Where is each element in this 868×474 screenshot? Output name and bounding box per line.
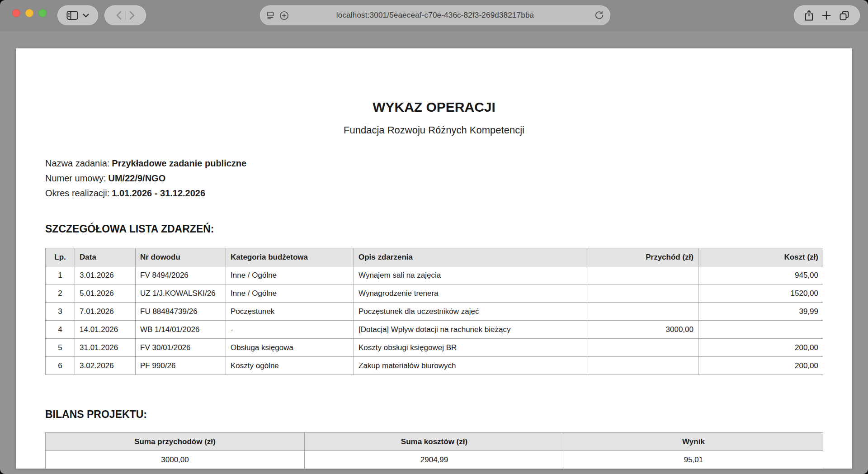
column-header: Suma przychodów (zł) [46, 433, 305, 451]
meta-contract-number: Numer umowy:UM/22/9/NGO [45, 171, 246, 186]
sidebar-toggle-button[interactable] [57, 5, 98, 25]
table-cell: Koszty ogólne [226, 357, 354, 375]
tab-overview-button[interactable] [839, 10, 850, 21]
table-cell: Zakup materiałów biurowych [354, 357, 587, 375]
column-header: Koszt (zł) [698, 248, 823, 266]
tabs-overview-icon [839, 10, 850, 21]
table-row: 4 14.01.2026 WB 1/14/01/2026 - [Dotacja]… [46, 321, 823, 339]
balance-header-row: Suma przychodów (zł) Suma kosztów (zł) W… [46, 433, 823, 451]
chevron-left-icon [116, 11, 122, 20]
table-cell [587, 339, 698, 357]
table-cell: Inne / Ogólne [226, 266, 354, 284]
task-metadata: Nazwa zadania:Przykładowe zadanie public… [45, 156, 246, 201]
balance-heading: BILANS PROJEKTU: [45, 408, 147, 421]
table-cell: 945,00 [698, 266, 823, 284]
table-cell: 4 [46, 321, 75, 339]
table-cell: PF 990/26 [136, 357, 226, 375]
operations-heading: SZCZEGÓŁOWA LISTA ZDARZEŃ: [45, 223, 214, 235]
reload-icon [594, 10, 604, 20]
reload-button[interactable] [594, 10, 604, 20]
table-cell: 95,01 [564, 451, 823, 469]
sidebar-icon [66, 10, 78, 20]
forward-button[interactable] [129, 11, 135, 20]
table-row: 5 31.01.2026 FV 30/01/2026 Obsługa księg… [46, 339, 823, 357]
table-cell: 3000,00 [46, 451, 305, 469]
table-row: 3 7.01.2026 FU 88484739/26 Poczęstunek P… [46, 303, 823, 321]
table-row: 2 5.01.2026 UZ 1/J.KOWALSKI/26 Inne / Og… [46, 284, 823, 303]
table-cell: 6 [46, 357, 75, 375]
nav-divider [125, 10, 126, 20]
back-button[interactable] [116, 11, 122, 20]
table-cell: 2904,99 [305, 451, 564, 469]
column-header: Kategoria budżetowa [226, 248, 354, 266]
table-cell [587, 357, 698, 375]
table-cell [587, 303, 698, 321]
chevron-right-icon [129, 11, 135, 20]
table-cell: 3 [46, 303, 75, 321]
table-cell: Koszty obsługi księgowej BR [354, 339, 587, 357]
share-button[interactable] [804, 9, 814, 21]
plus-icon [821, 10, 831, 20]
reader-icon[interactable] [266, 11, 275, 20]
page-background: WYKAZ OPERACJI Fundacja Rozwoju Różnych … [0, 31, 868, 474]
table-cell: UZ 1/J.KOWALSKI/26 [136, 284, 226, 303]
table-cell: 2 [46, 284, 75, 303]
table-cell: 3.02.2026 [75, 357, 136, 375]
table-cell: FV 8494/2026 [136, 266, 226, 284]
column-header: Data [75, 248, 136, 266]
url-text[interactable]: localhost:3001/5eaeceaf-c70e-436c-82f3-2… [336, 11, 534, 20]
table-cell: 31.01.2026 [75, 339, 136, 357]
meta-task-name: Nazwa zadania:Przykładowe zadanie public… [45, 156, 246, 171]
new-tab-button[interactable] [821, 10, 831, 20]
table-cell: 3.01.2026 [75, 266, 136, 284]
table-cell: [Dotacja] Wpływ dotacji na rachunek bież… [354, 321, 587, 339]
balance-value-row: 3000,00 2904,99 95,01 [46, 451, 823, 469]
zoom-button[interactable] [38, 9, 47, 17]
column-header: Opis zdarzenia [354, 248, 587, 266]
browser-toolbar: localhost:3001/5eaeceaf-c70e-436c-82f3-2… [0, 0, 868, 31]
table-cell: - [226, 321, 354, 339]
address-bar[interactable]: localhost:3001/5eaeceaf-c70e-436c-82f3-2… [260, 5, 610, 25]
chevron-down-icon [83, 14, 89, 18]
page-title: WYKAZ OPERACJI [16, 99, 852, 115]
column-header: Suma kosztów (zł) [305, 433, 564, 451]
meta-label: Nazwa zadania: [45, 158, 109, 168]
table-cell: 5.01.2026 [75, 284, 136, 303]
page-subtitle: Fundacja Rozwoju Różnych Kompetencji [16, 123, 852, 137]
traffic-lights [12, 9, 47, 17]
table-cell: 39,99 [698, 303, 823, 321]
table-cell: FU 88484739/26 [136, 303, 226, 321]
table-cell: 1 [46, 266, 75, 284]
table-cell: Wynagrodzenie trenera [354, 284, 587, 303]
close-button[interactable] [12, 9, 20, 17]
table-cell: 1520,00 [698, 284, 823, 303]
table-cell: Inne / Ogólne [226, 284, 354, 303]
minimize-button[interactable] [25, 9, 33, 17]
document-paper: WYKAZ OPERACJI Fundacja Rozwoju Różnych … [16, 48, 852, 469]
column-header: Nr dowodu [136, 248, 226, 266]
meta-value: Przykładowe zadanie publiczne [112, 158, 246, 168]
table-cell: Wynajem sali na zajęcia [354, 266, 587, 284]
table-row: 6 3.02.2026 PF 990/26 Koszty ogólne Zaku… [46, 357, 823, 375]
browser-window: localhost:3001/5eaeceaf-c70e-436c-82f3-2… [0, 0, 868, 474]
history-nav [104, 5, 146, 25]
table-cell: 3000,00 [587, 321, 698, 339]
column-header: Lp. [46, 248, 75, 266]
operations-header-row: Lp. Data Nr dowodu Kategoria budżetowa O… [46, 248, 823, 266]
meta-period: Okres realizacji:1.01.2026 - 31.12.2026 [45, 186, 246, 201]
meta-label: Okres realizacji: [45, 188, 109, 198]
table-cell: 14.01.2026 [75, 321, 136, 339]
table-cell [587, 284, 698, 303]
column-header: Wynik [564, 433, 823, 451]
balance-table: Suma przychodów (zł) Suma kosztów (zł) W… [45, 432, 823, 469]
table-cell: Obsługa księgowa [226, 339, 354, 357]
meta-value: 1.01.2026 - 31.12.2026 [112, 188, 205, 198]
meta-label: Numer umowy: [45, 173, 106, 183]
table-cell: 7.01.2026 [75, 303, 136, 321]
share-icon [804, 9, 814, 21]
plus-circle-icon[interactable] [279, 11, 289, 20]
operations-table: Lp. Data Nr dowodu Kategoria budżetowa O… [45, 248, 823, 375]
column-header: Przychód (zł) [587, 248, 698, 266]
table-cell [587, 266, 698, 284]
table-cell: 200,00 [698, 357, 823, 375]
